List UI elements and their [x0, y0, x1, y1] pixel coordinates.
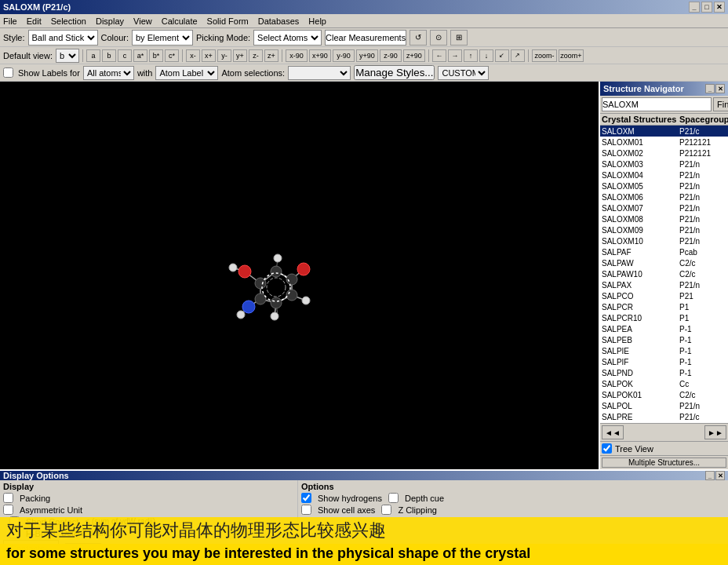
- axis-cstar[interactable]: c*: [165, 49, 179, 62]
- fit-view-icon[interactable]: ⊞: [450, 30, 468, 46]
- asymmetric-unit-checkbox[interactable]: [3, 505, 13, 515]
- struct-row[interactable]: SALOXM09P21/n: [600, 224, 728, 235]
- minimize-button[interactable]: _: [689, 2, 700, 13]
- depth-cue-checkbox[interactable]: [388, 493, 399, 503]
- dir-xminus[interactable]: x-: [186, 49, 200, 62]
- zoom-minus-btn[interactable]: zoom-: [532, 49, 557, 62]
- arrow-down[interactable]: ↓: [479, 49, 493, 62]
- show-cell-axes-checkbox[interactable]: [301, 505, 311, 515]
- packing-checkbox[interactable]: [3, 493, 13, 503]
- axis-bstar[interactable]: b*: [149, 49, 163, 62]
- struct-row[interactable]: SALOXM05P21/n: [600, 180, 728, 191]
- tree-view-checkbox[interactable]: [602, 443, 612, 454]
- struct-nav-find-button[interactable]: Find: [713, 97, 728, 111]
- viewport[interactable]: [0, 82, 599, 469]
- menu-solid-form[interactable]: Solid Form: [207, 16, 249, 26]
- menu-view[interactable]: View: [133, 16, 152, 26]
- axis-b[interactable]: b: [102, 49, 116, 62]
- display-options-minimize[interactable]: _: [705, 471, 715, 480]
- struct-row[interactable]: SALOXM02P212121: [600, 148, 728, 159]
- multiple-structures-button[interactable]: Multiple Structures...: [602, 457, 726, 468]
- struct-row[interactable]: SALPOK01C2/c: [600, 389, 728, 400]
- rot-yplus90[interactable]: y+90: [356, 49, 378, 62]
- struct-row[interactable]: SALOXMP21/c: [600, 126, 728, 137]
- dir-yminus[interactable]: y-: [217, 49, 231, 62]
- default-view-select[interactable]: b: [56, 49, 79, 63]
- struct-row[interactable]: SALPCRP1: [600, 301, 728, 312]
- menu-calculate[interactable]: Calculate: [162, 16, 198, 26]
- struct-list[interactable]: SALOXMP21/cSALOXM01P212121SALOXM02P21212…: [600, 126, 728, 423]
- dir-xplus[interactable]: x+: [202, 49, 216, 62]
- clear-measurements-button[interactable]: Clear Measurements: [325, 30, 406, 46]
- maximize-button[interactable]: □: [701, 2, 712, 13]
- axis-c[interactable]: c: [118, 49, 132, 62]
- axis-astar[interactable]: a*: [133, 49, 147, 62]
- menu-selection[interactable]: Selection: [51, 16, 86, 26]
- svg-point-28: [237, 311, 245, 319]
- menu-display[interactable]: Display: [96, 16, 124, 26]
- svg-point-17: [271, 266, 282, 277]
- struct-row[interactable]: SALPEBP-1: [600, 334, 728, 345]
- display-options-close[interactable]: ✕: [715, 471, 725, 480]
- reset-view-icon[interactable]: ⊙: [430, 30, 447, 46]
- arrow-upleft[interactable]: ↙: [495, 49, 509, 62]
- struct-row[interactable]: SALOXM01P212121: [600, 137, 728, 148]
- struct-nav-search-input[interactable]: [602, 97, 712, 111]
- picking-mode-select[interactable]: Select Atoms: [253, 30, 322, 46]
- struct-nav-search-row: Find: [600, 96, 728, 114]
- nav-prev-button[interactable]: ◄◄: [602, 425, 624, 439]
- menu-databases[interactable]: Databases: [258, 16, 300, 26]
- rot-xplus90[interactable]: x+90: [309, 49, 331, 62]
- arrow-right[interactable]: →: [448, 49, 462, 62]
- struct-row[interactable]: SALPEAP-1: [600, 323, 728, 334]
- all-atoms-select[interactable]: All atoms: [83, 66, 134, 80]
- style-select[interactable]: Ball and Stick: [28, 30, 98, 46]
- rot-xminus90[interactable]: x-90: [286, 49, 308, 62]
- struct-row[interactable]: SALPCOP21: [600, 290, 728, 301]
- struct-nav-close[interactable]: ✕: [715, 84, 725, 93]
- arrow-up[interactable]: ↑: [464, 49, 478, 62]
- struct-nav-minimize[interactable]: _: [705, 84, 715, 93]
- dir-yplus[interactable]: y+: [233, 49, 247, 62]
- rotate-icon[interactable]: ↺: [410, 30, 427, 46]
- struct-row[interactable]: SALPOKCc: [600, 378, 728, 389]
- struct-row[interactable]: SALPREP21/c: [600, 411, 728, 422]
- struct-row[interactable]: SALPAWC2/c: [600, 257, 728, 268]
- struct-row[interactable]: SALPNDP-1: [600, 367, 728, 378]
- atom-label-select[interactable]: Atom Label: [155, 66, 218, 80]
- menu-help[interactable]: Help: [308, 16, 326, 26]
- struct-row[interactable]: SALPIEP-1: [600, 345, 728, 356]
- show-labels-checkbox[interactable]: [3, 67, 13, 78]
- colour-select[interactable]: by Element: [132, 30, 193, 46]
- struct-row[interactable]: SALPIFP-1: [600, 356, 728, 367]
- struct-row[interactable]: SALOXM04P21/n: [600, 170, 728, 180]
- struct-row[interactable]: SALPAXP21/n: [600, 279, 728, 290]
- zoom-plus-btn[interactable]: zoom+: [559, 49, 584, 62]
- struct-row[interactable]: SALPAW10C2/c: [600, 268, 728, 279]
- struct-row[interactable]: SALOXM10P21/n: [600, 235, 728, 246]
- rot-zplus90[interactable]: z+90: [403, 49, 425, 62]
- rot-yminus90[interactable]: y-90: [333, 49, 355, 62]
- nav-next-button[interactable]: ►►: [704, 425, 726, 439]
- struct-row[interactable]: SALPOLP21/n: [600, 400, 728, 411]
- rot-zminus90[interactable]: z-90: [380, 49, 402, 62]
- dir-zminus[interactable]: z-: [249, 49, 263, 62]
- menu-file[interactable]: File: [3, 16, 17, 26]
- struct-row[interactable]: SALOXM03P21/n: [600, 159, 728, 170]
- show-hydrogens-checkbox[interactable]: [301, 493, 311, 503]
- z-clipping-checkbox[interactable]: [381, 505, 391, 515]
- struct-row[interactable]: SALOXM07P21/n: [600, 202, 728, 213]
- struct-row[interactable]: SALPAFPcab: [600, 246, 728, 257]
- arrow-upright[interactable]: ↗: [511, 49, 525, 62]
- struct-row[interactable]: SALOXM06P21/n: [600, 191, 728, 202]
- struct-row[interactable]: SALPCR10P1: [600, 312, 728, 323]
- dir-zplus[interactable]: z+: [264, 49, 278, 62]
- atom-selections-select[interactable]: [288, 66, 351, 80]
- menu-edit[interactable]: Edit: [27, 16, 42, 26]
- manage-styles-button[interactable]: Manage Styles...: [354, 65, 435, 80]
- custom-select[interactable]: CUSTOM: [438, 66, 489, 80]
- axis-a[interactable]: a: [86, 49, 100, 62]
- close-button[interactable]: ✕: [714, 2, 725, 13]
- struct-row[interactable]: SALOXM08P21/n: [600, 213, 728, 224]
- arrow-left[interactable]: ←: [432, 49, 446, 62]
